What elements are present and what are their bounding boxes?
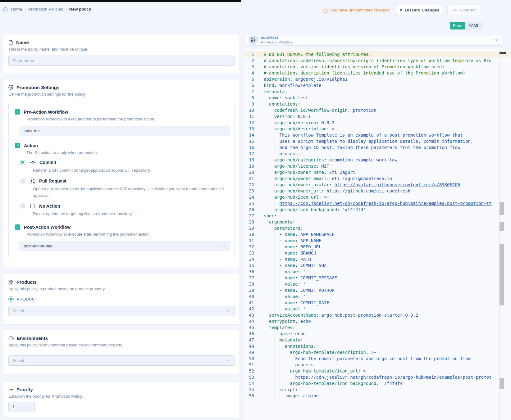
- tab-yaml[interactable]: YAML: [465, 22, 482, 29]
- code-line[interactable]: 45 templates:: [244, 324, 511, 331]
- code-line-text: value: '': [258, 306, 308, 312]
- post-action-workflow-select[interactable]: post-action-dag: [20, 241, 230, 251]
- priority-input[interactable]: [12, 404, 31, 409]
- no-action-radio[interactable]: [20, 203, 25, 209]
- code-line[interactable]: 29 parameters:: [244, 225, 511, 231]
- yaml-code-editor[interactable]: 1# DO NOT REMOVE the following attribute…: [244, 49, 511, 420]
- code-line[interactable]: 34 - name: PATH: [244, 256, 511, 262]
- code-line[interactable]: 14 This Workflow Template is an example …: [244, 132, 511, 138]
- policy-name-input[interactable]: [12, 58, 230, 63]
- post-action-checkbox[interactable]: ✓: [15, 224, 20, 230]
- code-line[interactable]: 30 - name: APP_NAMESPACE: [244, 231, 511, 237]
- code-line[interactable]: 53 https://cdn.jsdelivr.net/gh/codefresh…: [244, 374, 511, 380]
- code-line[interactable]: 16 and the Argo CD host, taking these pa…: [244, 144, 511, 151]
- code-line[interactable]: 1# DO NOT REMOVE the following attribute…: [244, 51, 511, 57]
- code-line[interactable]: 24 argo-hub/icon_url: >-: [244, 194, 511, 200]
- code-line[interactable]: 15 uses a script template to display app…: [244, 138, 511, 144]
- code-line[interactable]: 32 - name: REPO_URL: [244, 244, 511, 250]
- code-line[interactable]: 21 argo-hub/owner_email: eti.zaguri@code…: [244, 175, 511, 182]
- editor-scrollbar-track[interactable]: [500, 49, 500, 420]
- code-line[interactable]: 27spec:: [244, 213, 511, 219]
- home-icon[interactable]: [3, 7, 8, 11]
- action-option-no-action[interactable]: No Action: [20, 203, 228, 209]
- code-line[interactable]: 4# annotations.description (identifies i…: [244, 70, 511, 76]
- code-line[interactable]: 51 process: [244, 362, 511, 368]
- action-option-commit[interactable]: Commit: [20, 160, 228, 165]
- code-line[interactable]: 38 value: '': [244, 281, 511, 287]
- code-line[interactable]: 35 - name: COMMIT_SHA: [244, 262, 511, 269]
- code-line[interactable]: 17 process.: [244, 151, 511, 157]
- code-line[interactable]: 31 - name: APP_NAME: [244, 237, 511, 244]
- code-line[interactable]: 49 argo-hub-template/description: >-: [244, 349, 511, 355]
- line-number: 39: [244, 287, 258, 293]
- code-line[interactable]: 9 annotations:: [244, 101, 511, 107]
- tab-form[interactable]: Form: [450, 22, 465, 29]
- code-line[interactable]: 12 argo-hub/version: 0.0.2: [244, 120, 511, 126]
- code-line-text: process.: [258, 151, 300, 157]
- pre-action-workflow-row[interactable]: ✓ Pre-Action Workflow: [15, 109, 228, 115]
- discard-changes-button[interactable]: ✕ Discard Changes: [396, 5, 443, 15]
- workflow-editor-header[interactable]: soak-test Pre-Action Workflow: [244, 34, 504, 46]
- code-line[interactable]: 44 entrypoint: echo: [244, 318, 511, 324]
- code-line[interactable]: 11 version: 0.0.1: [244, 113, 511, 120]
- editor-scrollbar-thumb[interactable]: [500, 52, 506, 54]
- code-line[interactable]: 3# annotations.version (identifies versi…: [244, 64, 511, 70]
- collapse-chevron-icon[interactable]: [494, 37, 499, 43]
- code-line[interactable]: 42 value: '': [244, 306, 511, 312]
- line-number: 48: [244, 343, 258, 349]
- code-line[interactable]: 37 - name: COMMIT_MESSAGE: [244, 275, 511, 281]
- post-action-workflow-row[interactable]: ✓ Post-Action Workflow: [15, 224, 228, 230]
- breadcrumb-promotion-policies[interactable]: Promotion Policies: [28, 7, 63, 11]
- commit-button[interactable]: Commit: [447, 5, 481, 15]
- line-number: 27: [244, 213, 258, 219]
- code-line[interactable]: 2# annotations.codefresh.io/workflow-ori…: [244, 57, 511, 64]
- commit-radio[interactable]: [20, 160, 25, 165]
- code-line[interactable]: 55 script:: [244, 386, 511, 393]
- code-line[interactable]: 41 - name: COMMIT_DATE: [244, 300, 511, 306]
- priority-field[interactable]: [8, 402, 35, 412]
- pre-action-workflow-select[interactable]: soak-test: [20, 126, 230, 136]
- code-line[interactable]: 19 argo-hub/license: MIT: [244, 163, 511, 169]
- line-number: 50: [244, 355, 258, 362]
- code-line[interactable]: 43 serviceAccountName: argo-hub.post-pro…: [244, 312, 511, 318]
- code-line[interactable]: 25 https://cdn.jsdelivr.net/gh/codefresh…: [244, 200, 511, 206]
- breadcrumb-home[interactable]: Home: [11, 7, 22, 11]
- line-number: 5: [244, 76, 258, 82]
- product-radio-row[interactable]: PRODUCT: [8, 296, 235, 302]
- code-line[interactable]: 7metadata:: [244, 88, 511, 95]
- no-action-option-description: Do not update the target application's s…: [33, 210, 228, 217]
- products-select[interactable]: Select: [8, 306, 235, 316]
- code-line[interactable]: 26 argo-hub/icon_background: '#f4f4f4': [244, 206, 511, 213]
- code-line[interactable]: 50 Echo the commit parameters and argo c…: [244, 355, 511, 362]
- code-line[interactable]: 13 argo-hub/description: >-: [244, 126, 511, 132]
- code-line[interactable]: 36 value: '': [244, 269, 511, 275]
- code-line[interactable]: 20 argo-hub/owner_name: Eti Zaguri: [244, 169, 511, 175]
- environments-select[interactable]: Select: [8, 355, 235, 366]
- code-line[interactable]: 46 - name: echo: [244, 331, 511, 337]
- product-radio[interactable]: [8, 296, 14, 302]
- code-line[interactable]: 8 name: soak-test: [244, 95, 511, 101]
- pull-request-radio[interactable]: [20, 178, 25, 184]
- code-line[interactable]: 40 value: '': [244, 293, 511, 300]
- code-line[interactable]: 23 argo-hub/owner_url: https://github.co…: [244, 188, 511, 194]
- code-line[interactable]: 6kind: WorkflowTemplate: [244, 82, 511, 88]
- action-option-pull-request[interactable]: Pull Request: [20, 178, 228, 184]
- code-line[interactable]: 22 argo-hub/owner_avatar: https://avatar…: [244, 182, 511, 188]
- code-line[interactable]: 54 argo-hub-template/icon_background: '#…: [244, 380, 511, 386]
- code-line[interactable]: 28 arguments:: [244, 219, 511, 225]
- code-line[interactable]: 56 image: alpine: [244, 393, 511, 399]
- action-row[interactable]: ✓ Action: [15, 143, 228, 148]
- code-line[interactable]: 48 annotations:: [244, 343, 511, 349]
- code-line[interactable]: 39 - name: COMMIT_AUTHOR: [244, 287, 511, 293]
- code-line[interactable]: 18 argo-hub/categories: promotion exampl…: [244, 157, 511, 163]
- code-line[interactable]: 52 argo-hub-template/icon_url: >-: [244, 368, 511, 374]
- code-line[interactable]: 33 - name: BRANCH: [244, 250, 511, 256]
- policy-name-field[interactable]: [8, 56, 235, 66]
- action-checkbox[interactable]: ✓: [15, 143, 20, 148]
- code-line[interactable]: 5apiVersion: argoproj.io/v1alpha1: [244, 76, 511, 82]
- top-actions: ! You have uncommitted changes ✕ Discard…: [323, 5, 481, 15]
- pre-action-checkbox[interactable]: ✓: [15, 109, 20, 115]
- code-line[interactable]: 10 codefresh.io/workflow-origin: promoti…: [244, 107, 511, 113]
- code-line-text: This Workflow Template is an example of …: [258, 132, 463, 138]
- code-line[interactable]: 47 metadata:: [244, 337, 511, 343]
